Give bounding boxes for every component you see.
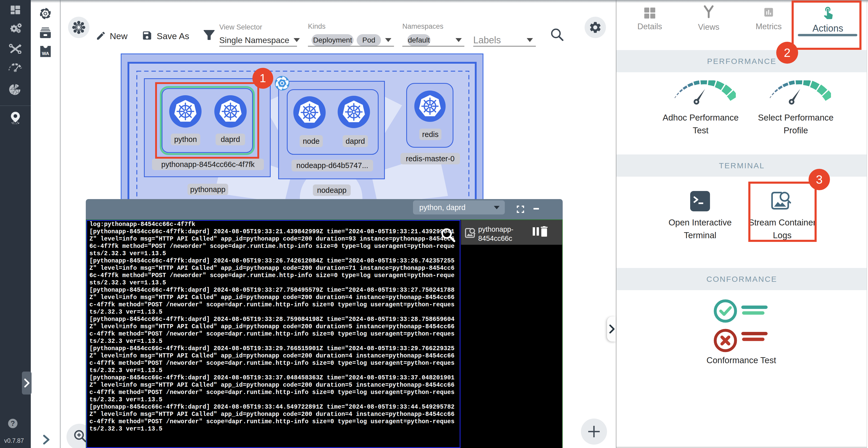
svg-text:WA: WA [42,51,49,56]
